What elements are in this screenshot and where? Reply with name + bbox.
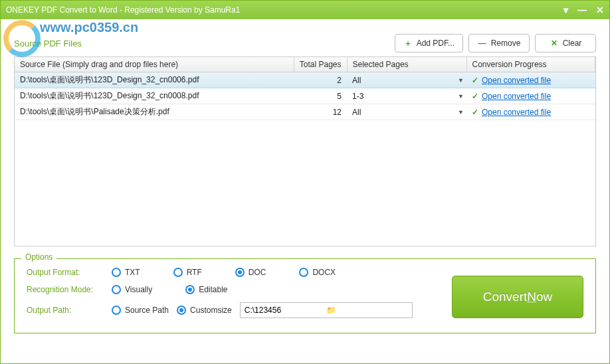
add-pdf-button[interactable]: ＋ Add PDF... xyxy=(395,34,463,52)
remove-label: Remove xyxy=(491,39,521,48)
check-icon: ✓ xyxy=(472,108,478,117)
table-row[interactable]: D:\tools\桌面\说明书\123D_Design_32_cn0006.pd… xyxy=(15,72,595,88)
recognition-mode-row: Recognition Mode: Visually Editable xyxy=(27,285,432,294)
file-table-wrapper: Source File (Simply drag and drop files … xyxy=(14,56,596,246)
section-title: Source PDF Files xyxy=(14,39,395,48)
col-header-progress[interactable]: Conversion Progress xyxy=(466,57,595,72)
clear-button[interactable]: ✕ Clear xyxy=(535,34,596,52)
options-group: Options Output Format: TXT RTF DOC DOCX … xyxy=(14,258,596,333)
radio-txt[interactable]: TXT xyxy=(112,268,140,277)
radio-custom-path[interactable]: Customsize xyxy=(177,306,232,315)
open-converted-link[interactable]: Open converted file xyxy=(482,92,551,101)
clear-icon: ✕ xyxy=(550,39,559,48)
minimize-icon[interactable]: — xyxy=(577,5,587,15)
recognition-mode-label: Recognition Mode: xyxy=(27,285,112,294)
cell-selected[interactable]: All▼ xyxy=(347,104,466,120)
file-table: Source File (Simply drag and drop files … xyxy=(15,57,595,120)
cell-source: D:\tools\桌面\说明书\123D_Design_32_cn0008.pd… xyxy=(15,88,294,104)
chevron-down-icon[interactable]: ▼ xyxy=(458,93,464,100)
folder-icon[interactable]: 📁 xyxy=(326,306,408,315)
remove-button[interactable]: — Remove xyxy=(468,34,530,52)
titlebar: ONEKEY PDF Convert to Word - Registered … xyxy=(1,1,609,19)
radio-doc[interactable]: DOC xyxy=(235,268,266,277)
output-format-label: Output Format: xyxy=(27,268,112,277)
window-title: ONEKEY PDF Convert to Word - Registered … xyxy=(6,5,563,15)
open-converted-link[interactable]: Open converted file xyxy=(482,108,551,117)
output-path-label: Output Path: xyxy=(27,306,112,315)
chevron-down-icon[interactable]: ▼ xyxy=(458,77,464,84)
file-toolbar: ＋ Add PDF... — Remove ✕ Clear xyxy=(395,34,596,52)
table-row[interactable]: D:\tools\桌面\说明书\Palisade决策分析.pdf 12 All▼… xyxy=(15,104,595,120)
window-controls: ▾ — ✕ xyxy=(563,5,604,15)
plus-icon: ＋ xyxy=(403,39,413,48)
cell-source: D:\tools\桌面\说明书\123D_Design_32_cn0006.pd… xyxy=(15,72,294,88)
radio-rtf[interactable]: RTF xyxy=(173,268,202,277)
cell-progress: ✓Open converted file xyxy=(466,104,595,120)
add-pdf-label: Add PDF... xyxy=(417,39,455,48)
col-header-source[interactable]: Source File (Simply drag and drop files … xyxy=(15,57,294,72)
output-format-row: Output Format: TXT RTF DOC DOCX xyxy=(27,268,432,277)
open-converted-link[interactable]: Open converted file xyxy=(482,76,551,85)
cell-source: D:\tools\桌面\说明书\Palisade决策分析.pdf xyxy=(15,104,294,120)
radio-docx[interactable]: DOCX xyxy=(299,268,336,277)
clear-label: Clear xyxy=(563,39,582,48)
path-value: C:\123456 xyxy=(245,306,326,315)
cell-total: 2 xyxy=(294,72,347,88)
check-icon: ✓ xyxy=(472,76,478,85)
convert-now-button[interactable]: Convert Now xyxy=(452,276,583,318)
cell-selected[interactable]: All▼ xyxy=(347,72,466,88)
cell-total: 5 xyxy=(294,88,347,104)
path-radio-group: Source Path Customsize C:\123456 📁 xyxy=(112,302,413,318)
path-input[interactable]: C:\123456 📁 xyxy=(240,302,413,318)
minus-icon: — xyxy=(478,39,487,48)
cell-total: 12 xyxy=(294,104,347,120)
radio-source-path[interactable]: Source Path xyxy=(112,306,169,315)
col-header-selected[interactable]: Selected Pages xyxy=(347,57,466,72)
cell-selected[interactable]: 1-3▼ xyxy=(347,88,466,104)
source-section-header: Source PDF Files ＋ Add PDF... — Remove ✕… xyxy=(14,34,596,52)
col-header-total[interactable]: Total Pages xyxy=(294,57,347,72)
radio-editable[interactable]: Editable xyxy=(185,285,227,294)
cell-progress: ✓Open converted file xyxy=(466,72,595,88)
dropdown-icon[interactable]: ▾ xyxy=(563,5,568,15)
format-radio-group: TXT RTF DOC DOCX xyxy=(112,268,336,277)
output-path-row: Output Path: Source Path Customsize C:\1… xyxy=(27,302,432,318)
cell-progress: ✓Open converted file xyxy=(466,88,595,104)
table-row[interactable]: D:\tools\桌面\说明书\123D_Design_32_cn0008.pd… xyxy=(15,88,595,104)
options-legend: Options xyxy=(21,252,56,262)
mode-radio-group: Visually Editable xyxy=(112,285,228,294)
check-icon: ✓ xyxy=(472,92,478,101)
radio-visually[interactable]: Visually xyxy=(112,285,152,294)
chevron-down-icon[interactable]: ▼ xyxy=(458,109,464,116)
close-icon[interactable]: ✕ xyxy=(596,5,604,15)
